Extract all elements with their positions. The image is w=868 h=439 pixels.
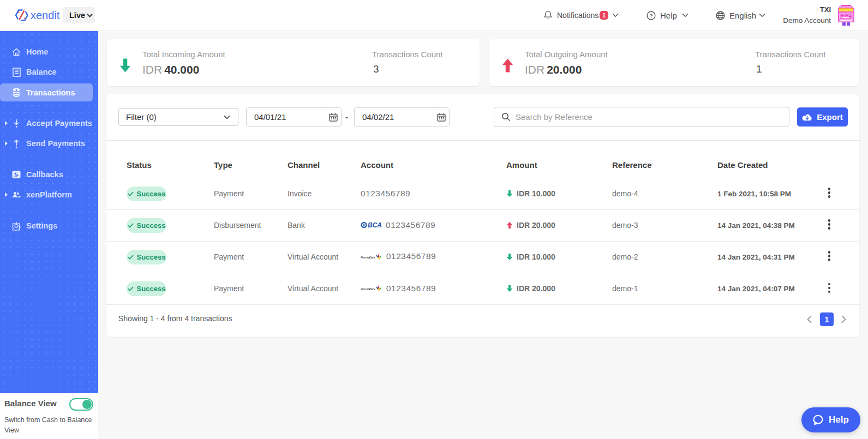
svg-text:BCA: BCA: [368, 221, 382, 228]
svg-text:$: $: [15, 88, 17, 92]
svg-text:PermataBank: PermataBank: [361, 287, 376, 291]
svg-text:?: ?: [650, 12, 653, 18]
svg-text:PermataBank: PermataBank: [361, 255, 376, 258]
